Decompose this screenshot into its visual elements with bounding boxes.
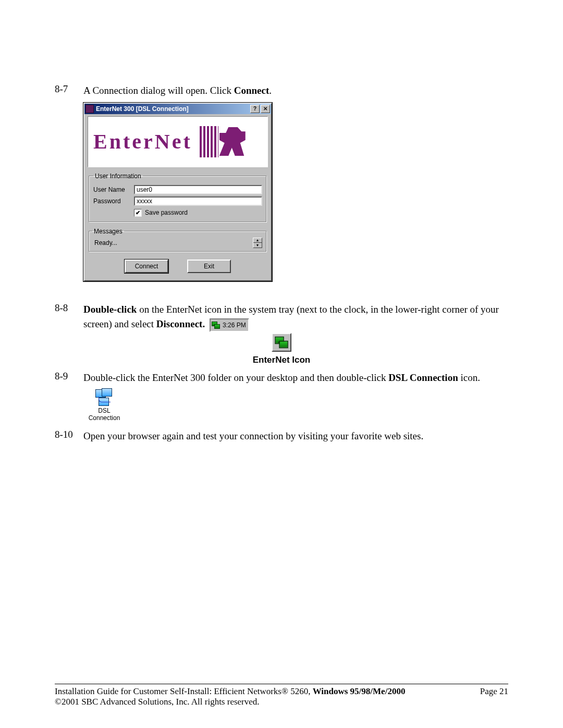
enternet-icon-block: EnterNet Icon [248,333,315,365]
username-row: User Name [93,185,262,194]
logo-stripes-icon [200,126,218,157]
step-8-7: 8-7 A Connection dialog will open. Click… [55,83,508,98]
help-button[interactable]: ? [250,105,260,113]
footer-text-bold: Windows 95/98/Me/2000 [313,686,406,696]
username-input[interactable] [134,185,262,194]
step-text: Double-click on the EnterNet icon in the… [83,302,508,332]
spin-down-icon[interactable]: ▼ [253,243,262,248]
password-input[interactable] [134,196,262,206]
text-bold: Connect [234,85,270,96]
shortcut-label-line2: Connection [83,414,125,422]
enternet-logo-text: EnterNet [93,129,192,154]
logo-area: EnterNet [88,116,268,167]
step-number: 8-7 [55,83,83,95]
system-tray[interactable]: 3:26 PM [210,318,249,332]
page-footer: Installation Guide for Customer Self-Ins… [55,684,508,707]
dialog-body: EnterNet User Information User Name Pass… [84,114,271,280]
text: A Connection dialog will open. Click [83,85,234,96]
connection-dialog: EnterNet 300 [DSL Connection] ? ✕ EnterN… [83,103,272,281]
messages-group: Messages Ready... ▲ ▼ [89,228,267,252]
text: . [269,85,272,96]
step-8-8: 8-8 Double-click on the EnterNet icon in… [55,302,508,332]
page-number: Page 21 [459,686,508,707]
step-number: 8-10 [55,429,83,440]
logo-figure-icon [219,127,246,156]
step-number: 8-8 [55,302,83,314]
enternet-logo-mark [200,124,247,159]
text-bold: Double-click [83,304,137,315]
step-8-10: 8-10 Open your browser again and test yo… [55,429,508,444]
password-label: Password [93,198,134,205]
step-text: Double-click the EnterNet 300 folder on … [83,371,508,386]
save-password-label: Save password [145,209,188,216]
step-number: 8-9 [55,371,83,382]
document-page: 8-7 A Connection dialog will open. Click… [0,0,563,728]
dialog-title: EnterNet 300 [DSL Connection] [96,105,250,113]
footer-left: Installation Guide for Customer Self-Ins… [55,686,459,707]
dsl-connection-icon [95,388,113,406]
connect-button[interactable]: Connect [125,260,168,273]
text: on the EnterNet icon in the system tray … [83,304,499,330]
footer-text: Installation Guide for Customer Self-Ins… [55,686,313,696]
username-label: User Name [93,186,134,193]
fieldset-legend: User Information [93,172,143,180]
step-8-9: 8-9 Double-click the EnterNet 300 folder… [55,371,508,386]
fieldset-legend: Messages [92,228,124,235]
shortcut-label-line1: DSL [83,407,125,414]
step-text: A Connection dialog will open. Click Con… [83,83,508,98]
step-text: Open your browser again and test your co… [83,429,508,444]
user-information-group: User Information User Name Password ✔ Sa… [89,172,267,223]
system-tray-graphic: 3:26 PM [210,318,249,332]
save-password-checkbox[interactable]: ✔ [134,209,142,217]
messages-spinner[interactable]: ▲ ▼ [253,238,262,248]
dsl-connection-shortcut[interactable]: DSL Connection [83,388,125,422]
dialog-titlebar[interactable]: EnterNet 300 [DSL Connection] ? ✕ [84,104,271,114]
exit-button[interactable]: Exit [187,260,231,273]
messages-text: Ready... [94,239,117,246]
password-row: Password [93,196,262,206]
dialog-button-row: Connect Exit [88,254,268,275]
messages-box: Ready... ▲ ▼ [92,237,263,249]
spin-up-icon[interactable]: ▲ [253,238,262,243]
network-icon [275,336,288,349]
footer-copyright: ©2001 SBC Advanced Solutions, Inc. All r… [55,697,459,707]
tray-clock: 3:26 PM [223,320,246,330]
close-button[interactable]: ✕ [261,105,270,113]
enternet-icon-large [272,333,291,352]
text: Double-click the EnterNet 300 folder on … [83,372,388,383]
save-password-row[interactable]: ✔ Save password [134,209,262,217]
text-bold: Disconnect. [156,318,205,329]
text-bold: DSL Connection [388,372,458,383]
app-icon [85,105,94,113]
enternet-icon-caption: EnterNet Icon [248,355,315,365]
network-tray-icon[interactable] [212,321,220,329]
text: icon. [458,372,480,383]
